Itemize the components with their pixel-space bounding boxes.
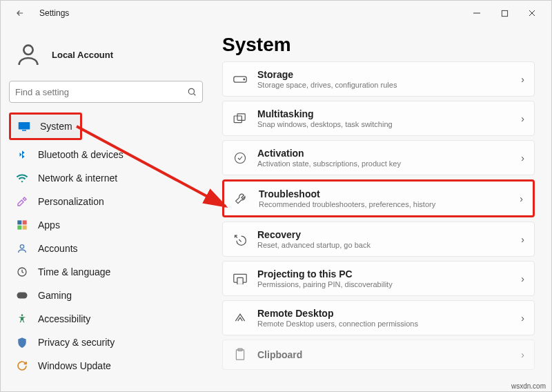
avatar-icon	[14, 41, 42, 68]
storage-icon	[233, 72, 248, 87]
svg-rect-15	[17, 293, 28, 299]
nav-label: Accounts	[38, 243, 78, 254]
nav-label: Network & internet	[38, 173, 117, 184]
maximize-button[interactable]	[491, 2, 518, 24]
svg-rect-1	[502, 10, 507, 16]
card-multitasking[interactable]: Multitasking Snap windows, desktops, tas…	[222, 101, 535, 136]
page-title: System	[222, 34, 535, 56]
svg-point-5	[188, 88, 194, 94]
shield-icon	[16, 336, 28, 349]
sidebar-item-gaming[interactable]: Gaming	[9, 284, 203, 307]
card-troubleshoot[interactable]: Troubleshoot Recommended troubleshooters…	[222, 179, 535, 217]
account-name: Local Account	[52, 50, 113, 60]
sidebar-item-personalization[interactable]: Personalization	[9, 190, 203, 213]
card-recovery[interactable]: Recovery Reset, advanced startup, go bac…	[222, 222, 535, 257]
chevron-right-icon: ›	[521, 153, 524, 164]
main-content: System Storage Storage space, drives, co…	[211, 26, 551, 391]
svg-point-21	[235, 153, 246, 163]
card-remote-desktop[interactable]: Remote Desktop Remote Desktop users, con…	[222, 300, 535, 335]
activation-icon	[233, 150, 248, 166]
card-title: Clipboard	[257, 349, 511, 360]
nav-label: Gaming	[38, 290, 72, 301]
card-title: Recovery	[257, 229, 511, 240]
svg-rect-9	[17, 220, 21, 224]
sidebar-item-system[interactable]: System	[11, 115, 80, 138]
svg-rect-11	[17, 226, 21, 230]
sidebar-item-privacy[interactable]: Privacy & security	[9, 331, 203, 354]
chevron-right-icon: ›	[521, 349, 524, 360]
nav-label: Apps	[38, 219, 60, 231]
svg-rect-10	[23, 220, 27, 224]
card-subtitle: Activation state, subscriptions, product…	[257, 159, 511, 168]
close-button[interactable]	[518, 2, 546, 24]
svg-line-6	[194, 94, 196, 96]
recovery-icon	[233, 232, 248, 247]
card-subtitle: Reset, advanced startup, go back	[257, 241, 511, 249]
card-title: Remote Desktop	[257, 308, 511, 319]
nav-label: Windows Update	[38, 360, 111, 371]
back-button[interactable]	[12, 5, 28, 21]
chevron-right-icon: ›	[520, 193, 523, 204]
search-input-container[interactable]	[9, 81, 203, 103]
chevron-right-icon: ›	[521, 113, 524, 124]
nav-label: System	[40, 121, 72, 132]
sidebar-item-time[interactable]: Time & language	[9, 260, 203, 284]
svg-point-4	[23, 46, 32, 55]
sidebar: Local Account System Bluetooth & devices	[1, 26, 211, 391]
sidebar-item-bluetooth[interactable]: Bluetooth & devices	[9, 143, 203, 166]
svg-point-13	[20, 245, 23, 248]
sidebar-item-apps[interactable]: Apps	[9, 213, 203, 237]
wifi-icon	[16, 172, 28, 184]
card-projecting[interactable]: Projecting to this PC Permissions, pairi…	[222, 261, 535, 296]
sidebar-item-accessibility[interactable]: Accessibility	[9, 307, 203, 331]
card-storage[interactable]: Storage Storage space, drives, configura…	[222, 61, 535, 97]
search-input[interactable]	[15, 87, 187, 97]
nav-label: Time & language	[38, 266, 110, 277]
card-title: Projecting to this PC	[257, 268, 511, 280]
card-title: Storage	[257, 69, 511, 80]
card-subtitle: Storage space, drives, configuration rul…	[257, 81, 511, 89]
chevron-right-icon: ›	[521, 273, 524, 284]
multitasking-icon	[233, 111, 248, 126]
accounts-icon	[16, 242, 28, 255]
card-title: Multitasking	[257, 108, 511, 119]
svg-rect-12	[23, 226, 27, 230]
svg-rect-19	[234, 116, 241, 123]
search-icon	[187, 87, 197, 97]
card-subtitle: Remote Desktop users, connection permiss…	[257, 320, 511, 328]
titlebar: Settings	[1, 1, 551, 26]
clock-icon	[16, 266, 28, 278]
troubleshoot-icon	[234, 191, 249, 206]
svg-rect-20	[237, 113, 245, 120]
chevron-right-icon: ›	[521, 313, 524, 324]
remote-desktop-icon	[233, 311, 248, 326]
card-clipboard[interactable]: Clipboard ›	[222, 340, 535, 370]
clipboard-icon	[233, 347, 248, 362]
account-info[interactable]: Local Account	[9, 31, 203, 81]
minimize-button[interactable]	[463, 2, 491, 24]
nav-label: Personalization	[38, 196, 104, 207]
svg-point-18	[244, 79, 245, 80]
update-icon	[16, 360, 28, 372]
gaming-icon	[16, 289, 28, 302]
watermark: wsxdn.com	[511, 382, 546, 390]
nav-label: Privacy & security	[38, 337, 115, 348]
window-title: Settings	[39, 8, 69, 18]
svg-rect-7	[19, 122, 30, 130]
svg-point-16	[21, 314, 23, 316]
svg-rect-8	[22, 130, 26, 131]
svg-rect-23	[237, 277, 243, 284]
card-subtitle: Recommended troubleshooters, preferences…	[259, 200, 510, 208]
nav-label: Bluetooth & devices	[38, 149, 124, 160]
sidebar-item-network[interactable]: Network & internet	[9, 166, 203, 190]
bluetooth-icon	[16, 148, 28, 161]
card-activation[interactable]: Activation Activation state, subscriptio…	[222, 140, 535, 175]
chevron-right-icon: ›	[521, 74, 524, 85]
sidebar-item-update[interactable]: Windows Update	[9, 354, 203, 378]
personalization-icon	[16, 195, 28, 208]
apps-icon	[16, 219, 28, 231]
chevron-right-icon: ›	[521, 234, 524, 245]
sidebar-item-accounts[interactable]: Accounts	[9, 237, 203, 260]
card-title: Activation	[257, 148, 511, 159]
card-title: Troubleshoot	[259, 188, 510, 199]
